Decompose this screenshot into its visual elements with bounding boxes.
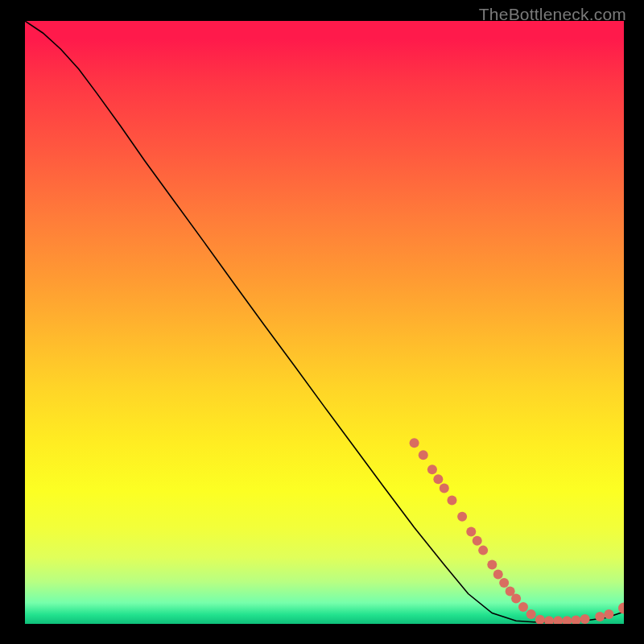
data-marker [427, 464, 437, 474]
data-marker [499, 578, 509, 588]
data-marker [580, 614, 590, 624]
data-marker [440, 483, 449, 493]
data-marker [478, 546, 488, 555]
data-marker [535, 615, 545, 624]
data-marker [511, 594, 521, 604]
data-marker [595, 612, 605, 621]
chart-stage: TheBottleneck.com [0, 0, 644, 644]
data-marker [553, 616, 563, 624]
data-marker [410, 438, 419, 448]
data-marker [544, 616, 554, 624]
marker-group [410, 438, 624, 624]
data-marker [526, 609, 536, 619]
watermark-text: TheBottleneck.com [479, 5, 626, 24]
data-marker [562, 616, 572, 624]
data-marker [618, 603, 624, 614]
data-marker [433, 474, 443, 484]
data-marker [466, 526, 476, 536]
data-marker [493, 570, 503, 580]
data-marker [518, 602, 528, 612]
data-marker [457, 512, 467, 522]
data-curve [25, 21, 624, 622]
plot-area [25, 21, 624, 624]
data-marker [571, 616, 580, 624]
data-marker [473, 536, 482, 546]
data-marker [419, 450, 428, 460]
data-marker [487, 560, 497, 570]
data-marker [447, 495, 456, 505]
data-marker [604, 609, 613, 619]
chart-overlay-svg [25, 21, 624, 624]
